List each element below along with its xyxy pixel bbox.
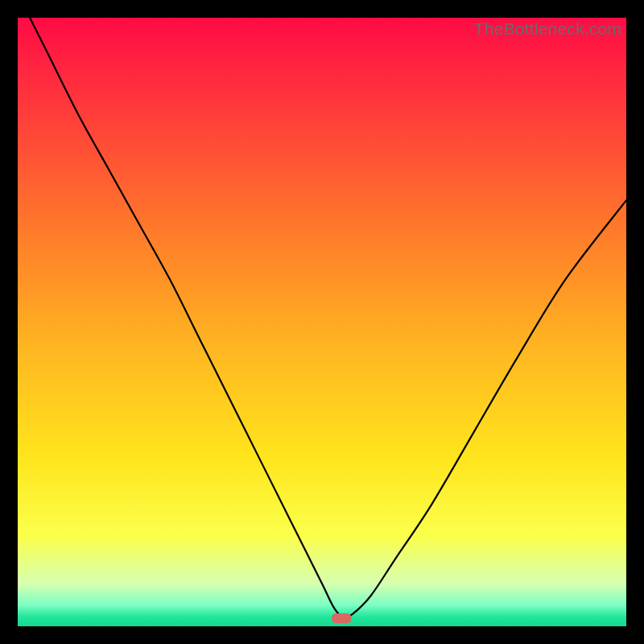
bottleneck-chart [18, 18, 626, 626]
chart-frame: TheBottleneck.com [18, 18, 626, 626]
chart-background [18, 18, 626, 626]
optimal-marker [332, 613, 351, 623]
watermark-text: TheBottleneck.com [474, 19, 621, 39]
